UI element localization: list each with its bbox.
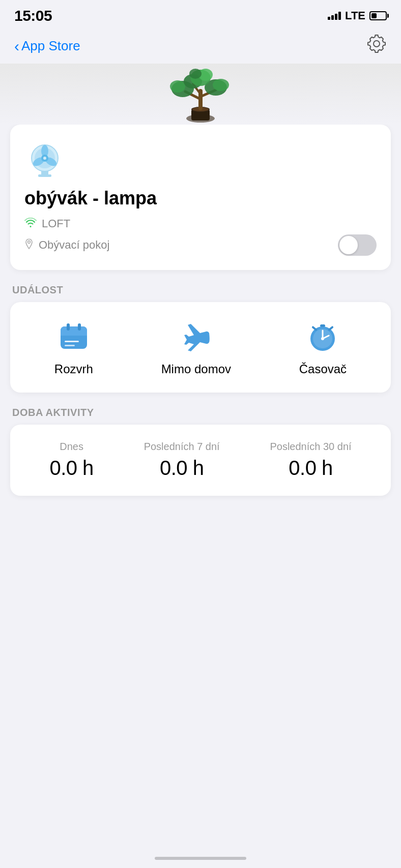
timer-icon-wrap xyxy=(304,318,341,355)
away-item[interactable]: Mimo domov xyxy=(161,318,231,376)
schedule-icon xyxy=(58,320,90,353)
event-section-label: UDÁLOST xyxy=(10,284,391,296)
status-bar: 15:05 LTE xyxy=(0,0,401,28)
svg-rect-29 xyxy=(67,323,70,331)
home-indicator xyxy=(155,857,246,860)
wifi-icon xyxy=(24,218,37,230)
timer-item[interactable]: Časovač xyxy=(299,318,347,376)
back-label: App Store xyxy=(21,38,80,54)
network-row: LOFT xyxy=(24,217,377,230)
7days-value: 0.0 h xyxy=(160,457,204,480)
svg-rect-30 xyxy=(78,323,81,331)
30days-value: 0.0 h xyxy=(289,457,332,480)
svg-rect-17 xyxy=(38,174,51,177)
room-row: Obývací pokoj xyxy=(24,234,377,256)
schedule-icon-wrap xyxy=(55,318,92,355)
away-label: Mimo domov xyxy=(161,362,231,376)
fan-icon xyxy=(24,139,65,179)
svg-point-15 xyxy=(189,69,202,79)
back-button[interactable]: ‹ App Store xyxy=(14,38,80,55)
hero-area xyxy=(0,64,401,125)
event-card: Rozvrh Mimo domov xyxy=(10,302,391,393)
location-icon xyxy=(24,238,34,252)
back-chevron-icon: ‹ xyxy=(14,38,19,55)
svg-point-9 xyxy=(170,80,185,93)
away-icon xyxy=(180,322,212,351)
activity-today: Dnes 0.0 h xyxy=(49,441,93,480)
device-name: obývák - lampa xyxy=(24,188,377,209)
network-info: LOFT xyxy=(24,217,70,230)
device-icon xyxy=(24,139,65,179)
room-info: Obývací pokoj xyxy=(24,238,109,252)
status-indicators: LTE xyxy=(328,9,387,22)
30days-period: Posledních 30 dní xyxy=(270,441,351,453)
timer-icon xyxy=(306,320,339,353)
toggle-knob xyxy=(339,236,358,254)
today-period: Dnes xyxy=(60,441,83,453)
schedule-item[interactable]: Rozvrh xyxy=(54,318,93,376)
svg-rect-32 xyxy=(65,345,75,346)
device-meta: LOFT Obývací pokoj xyxy=(24,217,377,256)
svg-point-25 xyxy=(28,241,31,243)
plant-illustration xyxy=(165,64,236,125)
nav-bar: ‹ App Store xyxy=(0,28,401,64)
svg-rect-28 xyxy=(61,332,87,336)
svg-point-11 xyxy=(213,79,229,91)
network-name: LOFT xyxy=(42,217,70,230)
schedule-label: Rozvrh xyxy=(54,362,93,376)
signal-icon xyxy=(328,12,341,20)
today-value: 0.0 h xyxy=(49,457,93,480)
svg-rect-35 xyxy=(320,324,325,327)
gear-icon xyxy=(366,34,387,54)
main-content: obývák - lampa LOFT xyxy=(0,125,401,496)
room-name: Obývací pokoj xyxy=(39,238,109,252)
status-time: 15:05 xyxy=(14,7,52,24)
svg-point-24 xyxy=(43,157,46,160)
device-card: obývák - lampa LOFT xyxy=(10,125,391,270)
7days-period: Posledních 7 dní xyxy=(144,441,220,453)
svg-point-40 xyxy=(321,337,324,340)
battery-icon xyxy=(369,11,387,20)
activity-card: Dnes 0.0 h Posledních 7 dní 0.0 h Posled… xyxy=(10,425,391,496)
activity-section-label: DOBA AKTIVITY xyxy=(10,407,391,418)
activity-7days: Posledních 7 dní 0.0 h xyxy=(144,441,220,480)
timer-label: Časovač xyxy=(299,362,347,376)
activity-30days: Posledních 30 dní 0.0 h xyxy=(270,441,351,480)
settings-button[interactable] xyxy=(366,34,387,58)
lte-label: LTE xyxy=(345,9,365,22)
away-icon-wrap xyxy=(178,318,214,355)
power-toggle[interactable] xyxy=(338,234,377,256)
svg-rect-31 xyxy=(65,341,79,342)
